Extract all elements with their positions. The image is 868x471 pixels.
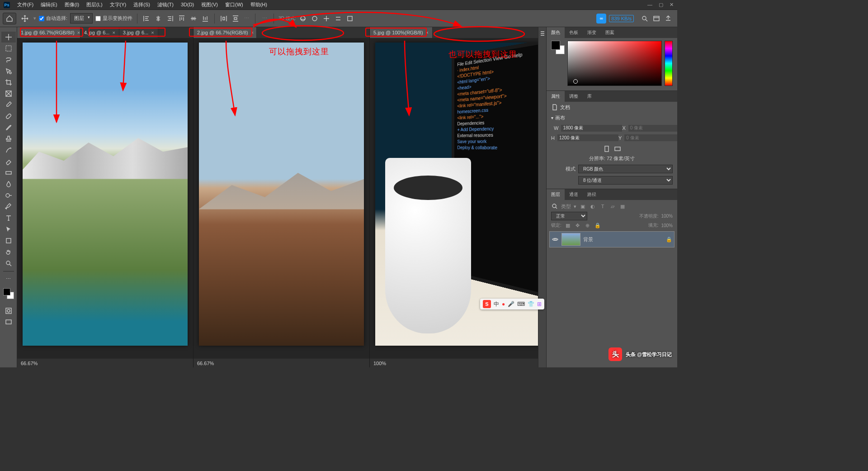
tab-swatches[interactable]: 色板	[565, 27, 583, 38]
filter-shape-icon[interactable]: ▱	[609, 204, 616, 209]
panel-collapse-strip[interactable]	[538, 27, 546, 367]
close-tab-icon[interactable]: ×	[77, 30, 80, 35]
search-icon[interactable]	[641, 15, 648, 22]
color-swatch[interactable]	[3, 288, 14, 299]
hue-slider[interactable]	[665, 41, 673, 86]
minimize-button[interactable]: —	[647, 2, 652, 8]
move-tool[interactable]	[1, 32, 16, 43]
filter-type-icon[interactable]: T	[599, 204, 606, 209]
3d-pan-icon[interactable]	[322, 14, 331, 23]
align-top-icon[interactable]	[177, 14, 186, 23]
layer-mode-select[interactable]: 图层	[70, 13, 93, 24]
quick-mask-tool[interactable]	[1, 305, 16, 316]
more-icon[interactable]: ⋯	[260, 14, 269, 23]
tab-paths[interactable]: 路径	[583, 189, 601, 200]
tab-layers[interactable]: 图层	[547, 189, 565, 200]
menu-窗口(W)[interactable]: 窗口(W)	[222, 2, 247, 7]
maximize-button[interactable]: ▢	[659, 2, 663, 8]
3d-slide-icon[interactable]	[334, 14, 343, 23]
canvas-1[interactable]	[17, 38, 193, 358]
opacity-value[interactable]: 100%	[661, 214, 673, 219]
3d-scale-icon[interactable]	[345, 14, 354, 23]
share-icon[interactable]	[665, 15, 672, 22]
3d-orbit-icon[interactable]	[298, 14, 307, 23]
eyedropper-tool[interactable]	[1, 100, 16, 110]
close-tab-icon[interactable]: ×	[426, 30, 429, 35]
path-select-tool[interactable]	[1, 224, 16, 235]
distribute-h-icon[interactable]	[219, 14, 228, 23]
canvas-3[interactable]: File Edit Selection View Go Help · index…	[370, 38, 546, 358]
marquee-tool[interactable]	[1, 43, 16, 54]
close-tab-icon[interactable]: ×	[112, 30, 115, 35]
menu-帮助(H)[interactable]: 帮助(H)	[247, 2, 271, 7]
close-tab-icon[interactable]: ×	[251, 30, 254, 35]
align-right-icon[interactable]	[165, 14, 175, 23]
menu-3D(D)[interactable]: 3D(D)	[177, 2, 198, 7]
eraser-tool[interactable]	[1, 156, 16, 167]
visibility-icon[interactable]	[552, 236, 559, 243]
cloud-sync-icon[interactable]: ∞	[596, 14, 606, 24]
auto-select-checkbox[interactable]: 自动选择:	[39, 15, 67, 22]
type-tool[interactable]	[1, 213, 16, 224]
document-tab[interactable]: 2.jpg @ 66.7%(RGB/8)×	[193, 27, 257, 38]
blur-tool[interactable]	[1, 179, 16, 190]
menu-图像(I)[interactable]: 图像(I)	[61, 2, 83, 7]
menu-图层(L)[interactable]: 图层(L)	[83, 2, 106, 7]
search-icon[interactable]	[551, 203, 558, 210]
zoom-tool[interactable]	[1, 258, 16, 269]
lock-artboard-icon[interactable]: ⊕	[584, 223, 591, 228]
document-tab[interactable]: 1.jpg @ 66.7%(RGB/8#)×	[17, 27, 80, 38]
3d-roll-icon[interactable]	[310, 14, 319, 23]
menu-滤镜(T)[interactable]: 滤镜(T)	[154, 2, 177, 7]
quick-select-tool[interactable]	[1, 66, 16, 76]
menu-文字(Y)[interactable]: 文字(Y)	[106, 2, 130, 7]
crop-tool[interactable]	[1, 77, 16, 88]
tab-gradients[interactable]: 渐变	[583, 27, 601, 38]
workspace-icon[interactable]	[653, 15, 660, 22]
menu-编辑(E)[interactable]: 编辑(E)	[37, 2, 61, 7]
menu-文件(F)[interactable]: 文件(F)	[14, 2, 37, 7]
menu-选择(S)[interactable]: 选择(S)	[130, 2, 154, 7]
tab-adjustments[interactable]: 调整	[565, 91, 583, 102]
filter-image-icon[interactable]: ▣	[579, 204, 586, 209]
canvas-section[interactable]: ▾ 画布	[547, 113, 677, 123]
fill-value[interactable]: 100%	[661, 223, 673, 228]
document-tab[interactable]: 4.jpg @ 6...×	[80, 27, 119, 38]
close-tab-icon[interactable]: ×	[151, 30, 154, 35]
distribute-v-icon[interactable]	[231, 14, 240, 23]
lasso-tool[interactable]	[1, 54, 16, 65]
tab-libraries[interactable]: 库	[583, 91, 596, 102]
tab-channels[interactable]: 通道	[565, 189, 583, 200]
canvas-2[interactable]	[193, 38, 369, 358]
landscape-icon[interactable]	[614, 145, 621, 152]
align-left-icon[interactable]	[142, 14, 151, 23]
pen-tool[interactable]	[1, 201, 16, 212]
color-field[interactable]	[567, 41, 662, 86]
hand-tool[interactable]	[1, 247, 16, 257]
lock-all-icon[interactable]: 🔒	[594, 223, 601, 228]
shape-tool[interactable]	[1, 235, 16, 246]
color-mode-select[interactable]: RGB 颜色	[578, 165, 673, 173]
show-transform-checkbox[interactable]: 显示变换控件	[95, 15, 132, 22]
ime-toolbar[interactable]: S 中 ● 🎤 ⌨ 👕 ⊞	[480, 299, 544, 309]
layer-background[interactable]: 背景 🔒	[549, 231, 675, 247]
history-brush-tool[interactable]	[1, 145, 16, 156]
tab-color[interactable]: 颜色	[547, 27, 565, 38]
color-swap[interactable]	[551, 41, 565, 54]
height-input[interactable]	[557, 134, 618, 141]
lock-pixels-icon[interactable]: ▩	[564, 223, 571, 228]
screen-mode-tool[interactable]	[1, 317, 16, 328]
filter-smart-icon[interactable]: ▦	[619, 204, 626, 209]
tab-patterns[interactable]: 图案	[601, 27, 619, 38]
menu-视图(V)[interactable]: 视图(V)	[198, 2, 222, 7]
tab-properties[interactable]: 属性	[547, 91, 565, 102]
ime-lang[interactable]: 中	[494, 300, 499, 308]
document-tab[interactable]: 5.jpg @ 100%(RGB/8)×	[370, 27, 433, 38]
dodge-tool[interactable]	[1, 190, 16, 201]
align-middle-v-icon[interactable]	[189, 14, 198, 23]
portrait-icon[interactable]	[603, 145, 610, 152]
edit-toolbar[interactable]: ⋯	[1, 273, 16, 284]
brush-tool[interactable]	[1, 122, 16, 133]
stamp-tool[interactable]	[1, 133, 16, 144]
document-tab[interactable]: 3.jpg @ 6...×	[119, 27, 158, 38]
